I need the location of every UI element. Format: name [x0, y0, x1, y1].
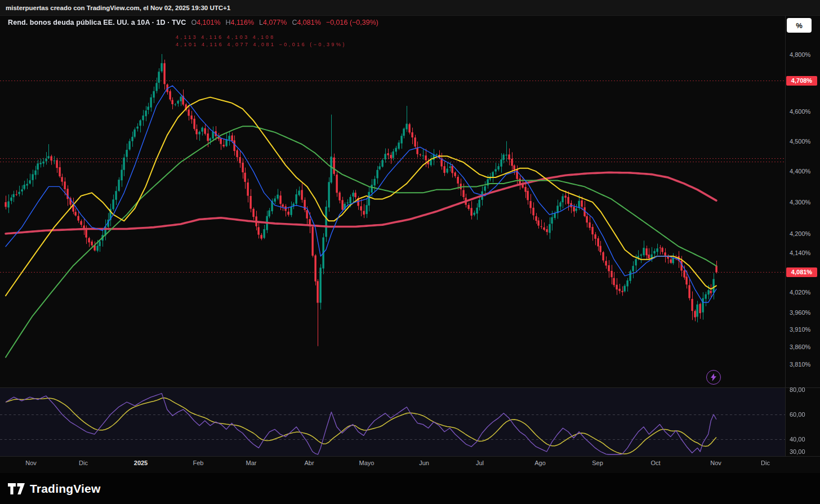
close-value: 4,081%: [297, 19, 320, 26]
time-axis-label: Feb: [193, 460, 204, 466]
low-value: 4,077%: [263, 19, 287, 26]
boost-button[interactable]: [706, 370, 721, 385]
price-tick: 3,910%: [790, 325, 810, 333]
rsi-tick: 60,00: [790, 411, 805, 418]
price-tick: 4,600%: [790, 108, 810, 115]
percent-scale-button[interactable]: %: [787, 18, 812, 33]
time-axis-label: Dic: [761, 460, 770, 466]
time-axis-label: Nov: [710, 460, 721, 466]
lightning-bolt-icon: [710, 373, 717, 381]
change-value: −0,016 (−0,39%): [326, 19, 378, 26]
time-axis-divider: [0, 456, 820, 457]
price-axis-divider: [785, 16, 786, 456]
close-label: C: [292, 19, 297, 26]
tradingview-published-chart: misterpuertas creado con TradingView.com…: [0, 0, 820, 504]
time-axis-label: Sep: [592, 460, 603, 466]
price-tick: 4,020%: [790, 288, 810, 296]
time-axis-label: Nov: [25, 460, 37, 466]
tradingview-logo-icon: [8, 483, 25, 494]
time-axis-label: Jul: [476, 460, 484, 466]
symbol-legend: Rend. bonos deuda pública EE. UU. a 10A …: [8, 19, 378, 26]
price-tick: 3,960%: [790, 309, 810, 316]
open-label: O: [191, 19, 197, 26]
time-axis-label: Dic: [79, 460, 88, 466]
price-level-badge: 4,708%: [786, 76, 817, 86]
high-label: H: [226, 19, 231, 26]
open-value: 4,101%: [197, 19, 220, 26]
tradingview-wordmark[interactable]: TradingView: [30, 482, 101, 496]
rsi-panel-divider[interactable]: [0, 387, 820, 388]
footer-bar: TradingView: [0, 473, 820, 504]
price-tick: 4,400%: [790, 167, 810, 175]
time-axis-label: Oct: [650, 460, 660, 466]
high-value: 4,116%: [231, 19, 254, 26]
price-tick: 4,140%: [790, 249, 810, 257]
indicator-values-row-1: 4,113 4,116 4,103 4,108: [176, 34, 275, 40]
time-axis-label: Jun: [419, 460, 429, 466]
low-label: L: [259, 19, 263, 26]
price-tick: 4,800%: [790, 51, 810, 59]
price-tick: 4,500%: [790, 137, 810, 145]
rsi-tick: 80,00: [790, 386, 805, 394]
attribution-bar: misterpuertas creado con TradingView.com…: [0, 0, 820, 16]
rsi-tick: 40,00: [790, 435, 805, 443]
price-tick: 3,810%: [790, 360, 810, 368]
time-axis-label: Mar: [246, 460, 257, 466]
chart-area[interactable]: Rend. bonos deuda pública EE. UU. a 10A …: [0, 16, 820, 473]
time-axis-label: Ago: [534, 460, 546, 466]
price-tick: 4,200%: [790, 230, 810, 238]
attribution-text: misterpuertas creado con TradingView.com…: [6, 5, 230, 11]
price-tick: 4,300%: [790, 198, 810, 206]
price-tick: 3,860%: [790, 343, 810, 351]
price-level-badge: 4,081%: [786, 267, 817, 277]
time-axis-label: 2025: [134, 460, 148, 466]
time-axis-label: Mayo: [359, 460, 375, 466]
rsi-tick: 30,00: [790, 448, 805, 456]
indicator-values-row-2: 4,101 4,116 4,077 4,081 −0,016 (−0,39%): [176, 42, 346, 47]
main-chart-canvas[interactable]: [0, 16, 785, 387]
rsi-panel-canvas[interactable]: [0, 387, 785, 456]
symbol-title[interactable]: Rend. bonos deuda pública EE. UU. a 10A …: [8, 19, 186, 26]
time-axis-label: Abr: [304, 460, 314, 466]
